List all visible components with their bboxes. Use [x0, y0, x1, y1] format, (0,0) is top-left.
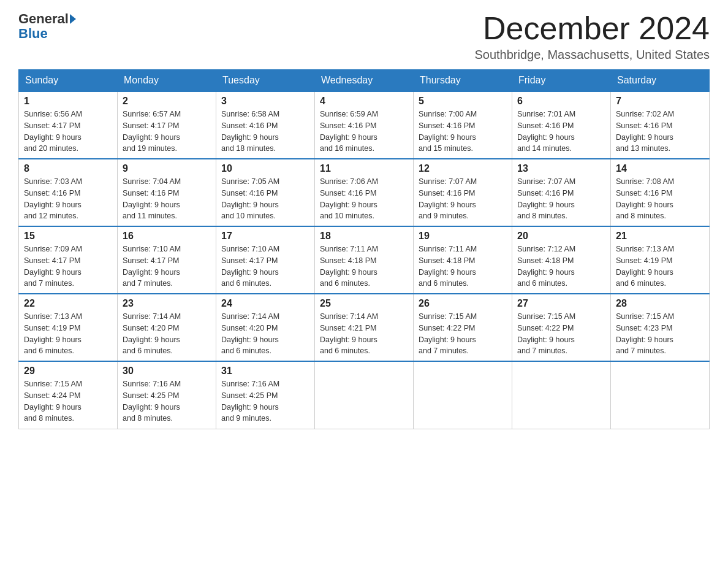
day-number: 27 — [517, 298, 605, 309]
day-info: Sunrise: 7:13 AMSunset: 4:19 PMDaylight:… — [24, 311, 112, 357]
calendar-table: SundayMondayTuesdayWednesdayThursdayFrid… — [18, 69, 710, 429]
weekday-header-sunday: Sunday — [19, 70, 118, 92]
weekday-header-friday: Friday — [512, 70, 611, 92]
weekday-header-tuesday: Tuesday — [216, 70, 315, 92]
day-number: 15 — [24, 231, 112, 242]
day-number: 6 — [517, 96, 605, 107]
day-number: 21 — [616, 231, 704, 242]
day-info: Sunrise: 7:14 AMSunset: 4:21 PMDaylight:… — [320, 311, 408, 357]
calendar-cell: 15Sunrise: 7:09 AMSunset: 4:17 PMDayligh… — [19, 226, 118, 294]
day-number: 22 — [24, 298, 112, 309]
day-info: Sunrise: 7:07 AMSunset: 4:16 PMDaylight:… — [419, 176, 507, 222]
calendar-cell: 22Sunrise: 7:13 AMSunset: 4:19 PMDayligh… — [19, 294, 118, 361]
day-number: 1 — [24, 96, 112, 107]
day-info: Sunrise: 7:03 AMSunset: 4:16 PMDaylight:… — [24, 176, 112, 222]
calendar-cell — [315, 361, 414, 429]
calendar-cell: 5Sunrise: 7:00 AMSunset: 4:16 PMDaylight… — [414, 91, 512, 159]
day-number: 4 — [320, 96, 408, 107]
location-subtitle: Southbridge, Massachusetts, United State… — [474, 48, 710, 62]
day-info: Sunrise: 7:09 AMSunset: 4:17 PMDaylight:… — [24, 243, 112, 289]
calendar-cell: 30Sunrise: 7:16 AMSunset: 4:25 PMDayligh… — [118, 361, 216, 429]
day-info: Sunrise: 7:04 AMSunset: 4:16 PMDaylight:… — [123, 176, 211, 222]
calendar-cell: 23Sunrise: 7:14 AMSunset: 4:20 PMDayligh… — [118, 294, 216, 361]
day-number: 25 — [320, 298, 408, 309]
day-info: Sunrise: 6:57 AMSunset: 4:17 PMDaylight:… — [123, 109, 211, 155]
calendar-cell: 8Sunrise: 7:03 AMSunset: 4:16 PMDaylight… — [19, 159, 118, 226]
week-row-2: 8Sunrise: 7:03 AMSunset: 4:16 PMDaylight… — [19, 159, 710, 226]
calendar-cell: 4Sunrise: 6:59 AMSunset: 4:16 PMDaylight… — [315, 91, 414, 159]
logo-triangle-icon — [70, 14, 76, 24]
day-number: 19 — [419, 231, 507, 242]
day-number: 31 — [221, 366, 309, 377]
calendar-cell: 12Sunrise: 7:07 AMSunset: 4:16 PMDayligh… — [414, 159, 512, 226]
day-info: Sunrise: 7:16 AMSunset: 4:25 PMDaylight:… — [221, 378, 309, 424]
week-row-5: 29Sunrise: 7:15 AMSunset: 4:24 PMDayligh… — [19, 361, 710, 429]
calendar-cell: 19Sunrise: 7:11 AMSunset: 4:18 PMDayligh… — [414, 226, 512, 294]
day-number: 26 — [419, 298, 507, 309]
day-info: Sunrise: 7:02 AMSunset: 4:16 PMDaylight:… — [616, 109, 704, 155]
day-info: Sunrise: 7:05 AMSunset: 4:16 PMDaylight:… — [221, 176, 309, 222]
calendar-cell: 17Sunrise: 7:10 AMSunset: 4:17 PMDayligh… — [216, 226, 315, 294]
month-title: December 2024 — [474, 12, 710, 44]
day-info: Sunrise: 7:07 AMSunset: 4:16 PMDaylight:… — [517, 176, 605, 222]
day-number: 10 — [221, 163, 309, 174]
calendar-cell: 14Sunrise: 7:08 AMSunset: 4:16 PMDayligh… — [611, 159, 710, 226]
day-number: 16 — [123, 231, 211, 242]
day-info: Sunrise: 7:14 AMSunset: 4:20 PMDaylight:… — [123, 311, 211, 357]
day-number: 12 — [419, 163, 507, 174]
calendar-cell: 13Sunrise: 7:07 AMSunset: 4:16 PMDayligh… — [512, 159, 611, 226]
calendar-cell: 18Sunrise: 7:11 AMSunset: 4:18 PMDayligh… — [315, 226, 414, 294]
calendar-cell: 16Sunrise: 7:10 AMSunset: 4:17 PMDayligh… — [118, 226, 216, 294]
day-info: Sunrise: 7:15 AMSunset: 4:22 PMDaylight:… — [419, 311, 507, 357]
calendar-cell: 24Sunrise: 7:14 AMSunset: 4:20 PMDayligh… — [216, 294, 315, 361]
calendar-cell: 3Sunrise: 6:58 AMSunset: 4:16 PMDaylight… — [216, 91, 315, 159]
calendar-cell: 6Sunrise: 7:01 AMSunset: 4:16 PMDaylight… — [512, 91, 611, 159]
calendar-cell — [512, 361, 611, 429]
day-number: 9 — [123, 163, 211, 174]
day-info: Sunrise: 7:14 AMSunset: 4:20 PMDaylight:… — [221, 311, 309, 357]
day-info: Sunrise: 7:11 AMSunset: 4:18 PMDaylight:… — [419, 243, 507, 289]
day-info: Sunrise: 6:56 AMSunset: 4:17 PMDaylight:… — [24, 109, 112, 155]
day-number: 23 — [123, 298, 211, 309]
weekday-header-wednesday: Wednesday — [315, 70, 414, 92]
calendar-cell: 9Sunrise: 7:04 AMSunset: 4:16 PMDaylight… — [118, 159, 216, 226]
calendar-cell: 20Sunrise: 7:12 AMSunset: 4:18 PMDayligh… — [512, 226, 611, 294]
day-number: 5 — [419, 96, 507, 107]
calendar-cell: 27Sunrise: 7:15 AMSunset: 4:22 PMDayligh… — [512, 294, 611, 361]
day-info: Sunrise: 7:00 AMSunset: 4:16 PMDaylight:… — [419, 109, 507, 155]
title-section: December 2024 Southbridge, Massachusetts… — [474, 12, 710, 62]
day-number: 28 — [616, 298, 704, 309]
day-info: Sunrise: 7:10 AMSunset: 4:17 PMDaylight:… — [123, 243, 211, 289]
week-row-4: 22Sunrise: 7:13 AMSunset: 4:19 PMDayligh… — [19, 294, 710, 361]
page-header: General Blue December 2024 Southbridge, … — [18, 12, 710, 62]
calendar-cell: 1Sunrise: 6:56 AMSunset: 4:17 PMDaylight… — [19, 91, 118, 159]
day-info: Sunrise: 7:06 AMSunset: 4:16 PMDaylight:… — [320, 176, 408, 222]
weekday-header-monday: Monday — [118, 70, 216, 92]
calendar-cell: 21Sunrise: 7:13 AMSunset: 4:19 PMDayligh… — [611, 226, 710, 294]
day-number: 14 — [616, 163, 704, 174]
day-number: 30 — [123, 366, 211, 377]
calendar-cell: 28Sunrise: 7:15 AMSunset: 4:23 PMDayligh… — [611, 294, 710, 361]
day-number: 2 — [123, 96, 211, 107]
day-info: Sunrise: 6:58 AMSunset: 4:16 PMDaylight:… — [221, 109, 309, 155]
day-info: Sunrise: 7:11 AMSunset: 4:18 PMDaylight:… — [320, 243, 408, 289]
day-number: 13 — [517, 163, 605, 174]
day-info: Sunrise: 7:13 AMSunset: 4:19 PMDaylight:… — [616, 243, 704, 289]
calendar-cell: 26Sunrise: 7:15 AMSunset: 4:22 PMDayligh… — [414, 294, 512, 361]
day-info: Sunrise: 7:15 AMSunset: 4:22 PMDaylight:… — [517, 311, 605, 357]
day-number: 11 — [320, 163, 408, 174]
calendar-cell — [611, 361, 710, 429]
calendar-cell: 10Sunrise: 7:05 AMSunset: 4:16 PMDayligh… — [216, 159, 315, 226]
day-info: Sunrise: 7:16 AMSunset: 4:25 PMDaylight:… — [123, 378, 211, 424]
day-number: 20 — [517, 231, 605, 242]
day-number: 8 — [24, 163, 112, 174]
day-info: Sunrise: 7:01 AMSunset: 4:16 PMDaylight:… — [517, 109, 605, 155]
calendar-cell: 11Sunrise: 7:06 AMSunset: 4:16 PMDayligh… — [315, 159, 414, 226]
week-row-3: 15Sunrise: 7:09 AMSunset: 4:17 PMDayligh… — [19, 226, 710, 294]
day-info: Sunrise: 7:08 AMSunset: 4:16 PMDaylight:… — [616, 176, 704, 222]
weekday-header-thursday: Thursday — [414, 70, 512, 92]
day-info: Sunrise: 6:59 AMSunset: 4:16 PMDaylight:… — [320, 109, 408, 155]
day-number: 18 — [320, 231, 408, 242]
day-info: Sunrise: 7:10 AMSunset: 4:17 PMDaylight:… — [221, 243, 309, 289]
calendar-cell: 31Sunrise: 7:16 AMSunset: 4:25 PMDayligh… — [216, 361, 315, 429]
